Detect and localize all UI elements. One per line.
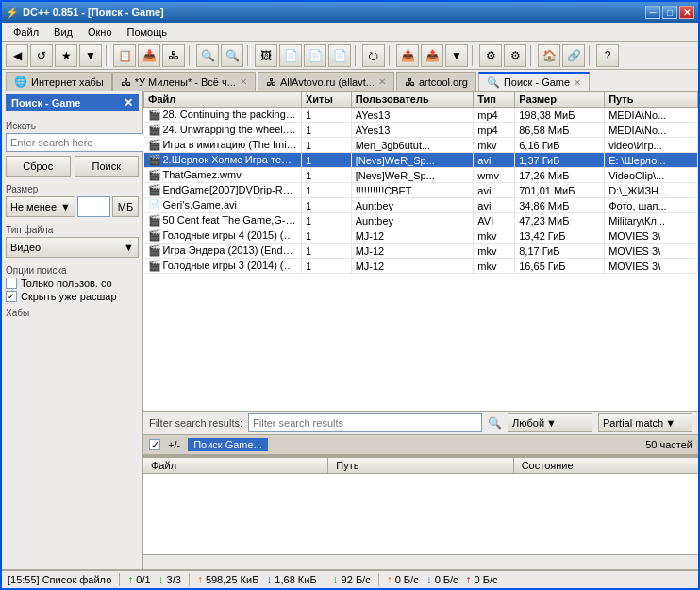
tab-allavtovo[interactable]: 🖧 AllAvtovo.ru (allavt... ✕	[258, 72, 394, 91]
tb-btn-13[interactable]: ⚙	[479, 44, 502, 67]
tab-close-1[interactable]: ✕	[240, 76, 247, 87]
hub-icon: 🌐	[14, 76, 27, 88]
tb-btn-7[interactable]: 📄	[279, 44, 302, 67]
tb-btn-16[interactable]: 🔗	[562, 44, 585, 67]
reset-button[interactable]: Сброс	[6, 156, 71, 177]
tab-milena[interactable]: 🖧 *У Милены* - Всё ч... ✕	[112, 72, 256, 91]
size-select-arrow: ▼	[60, 201, 71, 212]
sidebar-close-button[interactable]: ✕	[124, 96, 133, 110]
col-size[interactable]: Размер	[515, 92, 605, 108]
toolbar-separator-4	[355, 45, 358, 66]
tb-btn-dropdown[interactable]: ▼	[445, 44, 468, 67]
filter-option-2[interactable]: Partial match ▼	[598, 413, 692, 432]
help-button[interactable]: ?	[596, 44, 619, 67]
col-file[interactable]: Файл	[144, 92, 302, 108]
menu-window[interactable]: Окно	[80, 25, 120, 40]
col-type[interactable]: Тип	[474, 92, 515, 108]
size-input[interactable]	[77, 196, 110, 217]
table-row[interactable]: 🎬50 Cent feat The Game,G-Un... 1 Auntbey…	[144, 213, 698, 228]
maximize-button[interactable]: □	[662, 6, 677, 19]
col-hits[interactable]: Хиты	[301, 92, 351, 108]
tb-btn-15[interactable]: 🏠	[538, 44, 560, 67]
status-bar: [15:55] Список файло ↑ 0/1 ↓ 3/3 ↑ 598,2…	[2, 569, 698, 588]
tab-artcool[interactable]: 🖧 artcool.org	[396, 72, 476, 91]
fav-button[interactable]: ★	[55, 44, 77, 67]
checkbox-1-label: Только пользов. со	[21, 278, 112, 289]
tb-btn-2[interactable]: 📥	[138, 44, 160, 67]
table-row[interactable]: 🎬Голодные игры 4 (2015) (Th... 1 MJ-12 m…	[144, 228, 698, 244]
menu-bar: Файл Вид Окно Помощь	[2, 23, 698, 42]
table-row[interactable]: 🎬Игра в имитацию (The Imit... 1 Men_3gb6…	[144, 138, 698, 153]
minimize-button[interactable]: ─	[645, 6, 660, 19]
hub-tag[interactable]: Поиск Game...	[188, 438, 268, 451]
table-row[interactable]: 🎬2.Шерлок Холмс Игра тене... 1 [Nevs]WeR…	[144, 153, 698, 168]
tb-btn-5[interactable]: 🔍	[221, 44, 243, 67]
table-row[interactable]: 📄Geri's.Game.avi 1 Auntbey avi 34,86 МиБ…	[144, 198, 698, 213]
hub-separator: +/-	[168, 439, 180, 450]
filter-input[interactable]	[248, 413, 482, 432]
tab-search-game[interactable]: 🔍 Поиск - Game ✕	[478, 72, 590, 91]
size-unit-select[interactable]: МБ	[112, 196, 139, 217]
internet-hubs-button[interactable]: 🌐 Интернет хабы	[6, 72, 112, 91]
menu-file[interactable]: Файл	[6, 25, 46, 40]
tab-close-2[interactable]: ✕	[378, 76, 386, 87]
lower-col-state[interactable]: Состояние	[514, 458, 698, 473]
lower-table-body	[143, 474, 698, 554]
fav-dropdown[interactable]: ▼	[79, 44, 102, 67]
checkbox-2[interactable]	[6, 291, 17, 302]
menu-help[interactable]: Помощь	[120, 25, 175, 40]
tb-btn-8[interactable]: 📄	[304, 44, 326, 67]
table-row[interactable]: 🎬EndGame[2007]DVDrip-RUS... 1 !!!!!!!!!!…	[144, 183, 698, 198]
sidebar-title: Поиск - Game ✕	[6, 94, 139, 111]
file-icon: 🎬	[148, 124, 161, 135]
tb-btn-6[interactable]: 🖼	[255, 44, 277, 67]
lower-col-file[interactable]: Файл	[143, 458, 328, 473]
tab-icon-3: 🖧	[405, 76, 415, 88]
search-input[interactable]	[6, 133, 145, 152]
search-button-row: Сброс Поиск	[6, 156, 139, 177]
size-select[interactable]: Не менее ▼	[6, 196, 75, 217]
tb-btn-9[interactable]: 📄	[328, 44, 351, 67]
tab-icon-1: 🖧	[121, 76, 131, 88]
search-button[interactable]: Поиск	[75, 156, 140, 177]
main-window: ⚡ DC++ 0.851 - [Поиск - Game] ─ □ ✕ Файл…	[0, 0, 700, 590]
tb-btn-3[interactable]: 🖧	[162, 44, 185, 67]
tb-btn-11[interactable]: 📤	[396, 44, 419, 67]
status-speed-1: ↑ 598,25 КиБ	[197, 573, 258, 586]
menu-view[interactable]: Вид	[46, 25, 80, 40]
refresh-button[interactable]: ↺	[30, 44, 53, 67]
close-button[interactable]: ✕	[679, 6, 694, 19]
filter-option-1[interactable]: Любой ▼	[508, 413, 592, 432]
size-label: Размер	[6, 184, 139, 194]
tb-btn-10[interactable]: ⭮	[362, 44, 385, 67]
tab-icon-search: 🔍	[487, 76, 500, 89]
tb-btn-12[interactable]: 📤	[421, 44, 443, 67]
status-divider-4	[378, 573, 379, 586]
col-user[interactable]: Пользователь	[351, 92, 474, 108]
lower-col-path[interactable]: Путь	[328, 458, 513, 473]
tb-btn-4[interactable]: 🔍	[196, 44, 219, 67]
filter-arrow-1: ▼	[546, 417, 557, 429]
lower-scrollbar[interactable]	[143, 554, 698, 569]
filter-bar: Filter search results: 🔍 Любой ▼ Partial…	[143, 411, 698, 435]
status-speed-5: ↓ 0 Б/с	[426, 573, 458, 586]
tb-btn-1[interactable]: 📋	[113, 44, 136, 67]
back-button[interactable]: ◀	[6, 44, 28, 67]
table-row[interactable]: 🎬Голодные игры 3 (2014) (Th... 1 MJ-12 m…	[144, 259, 698, 274]
hub-check-box[interactable]: ✓	[149, 439, 160, 450]
file-icon: 🎬	[148, 169, 161, 180]
file-type-select[interactable]: Видео ▼	[6, 237, 139, 258]
table-row[interactable]: 🎬24. Unwrapping the wheel.m... 1 AYes13 …	[144, 123, 698, 138]
tb-btn-14[interactable]: ⚙	[504, 44, 526, 67]
col-path[interactable]: Путь	[605, 92, 698, 108]
title-bar: ⚡ DC++ 0.851 - [Поиск - Game] ─ □ ✕	[2, 2, 698, 23]
table-row[interactable]: 🎬Игра Эндера (2013) (Ender's... 1 MJ-12 …	[144, 244, 698, 259]
table-row[interactable]: 🎬ThatGamez.wmv 1 [Nevs]WeR_Sp... wmv 17,…	[144, 168, 698, 183]
filter-arrow-2: ▼	[665, 417, 675, 429]
table-row[interactable]: 🎬28. Continuing the packing ... 1 AYes13…	[144, 108, 698, 123]
status-speed-2: ↓ 1,68 КиБ	[266, 573, 316, 586]
checkbox-1[interactable]	[6, 278, 17, 289]
toolbar-separator-8	[589, 45, 592, 66]
tab-close-search[interactable]: ✕	[574, 77, 581, 88]
checkbox-row-1: Только пользов. со	[6, 278, 139, 289]
